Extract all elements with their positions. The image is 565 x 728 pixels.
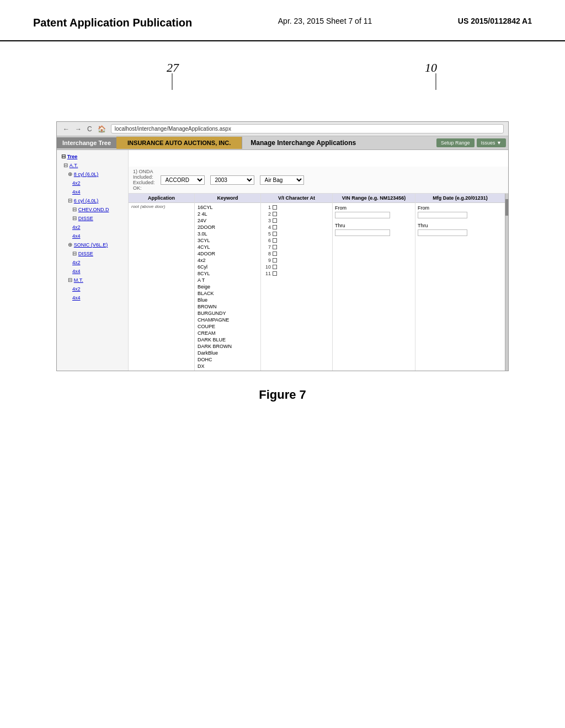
thru-input[interactable] bbox=[335, 229, 390, 236]
tree-4x2-3: 4x2 bbox=[59, 258, 126, 267]
model-select[interactable]: ACCORD bbox=[161, 175, 205, 185]
keyword-item[interactable]: 3CYL bbox=[196, 237, 259, 244]
tree-8cyl: ⊕ 8 cyl (6.0L) bbox=[59, 170, 126, 179]
keyword-item[interactable]: DarkBlue bbox=[196, 350, 259, 356]
keyword-item[interactable]: 4x2 bbox=[196, 257, 259, 264]
vin-checkbox[interactable] bbox=[273, 258, 277, 263]
setup-range-button[interactable]: Setup Range bbox=[436, 138, 475, 147]
address-bar[interactable]: localhost/interchange/ManageApplications… bbox=[111, 124, 504, 133]
patent-title: Patent Application Publication bbox=[33, 17, 192, 29]
forward-button[interactable]: → bbox=[73, 125, 83, 133]
keyword-item[interactable]: 6Cyl bbox=[196, 264, 259, 270]
vin-row-num: 7 bbox=[263, 244, 271, 250]
scrollbar-thumb[interactable] bbox=[505, 199, 508, 216]
keyword-item[interactable]: 2 4L bbox=[196, 211, 259, 217]
keyword-item[interactable]: CREAM bbox=[196, 330, 259, 336]
mfg-thru-input[interactable] bbox=[418, 229, 467, 236]
tree-chevy: ⊟ CHEV.OND.D bbox=[59, 205, 126, 214]
keyword-item[interactable]: DARK BLUE bbox=[196, 336, 259, 343]
keyword-item[interactable]: 3.0L bbox=[196, 231, 259, 237]
tree-4x2-2: 4x2 bbox=[59, 223, 126, 232]
keyword-item[interactable]: A T bbox=[196, 277, 259, 283]
sidebar-tree: ⊟ Tree ⊟ A.T. ⊕ 8 cyl (6.0L) 4x2 4x4 ⊟ 6… bbox=[59, 152, 126, 302]
keyword-item[interactable]: DARK BROWN bbox=[196, 343, 259, 350]
vin-row: 7 bbox=[262, 244, 331, 250]
keyword-item[interactable]: 4DOOR bbox=[196, 250, 259, 257]
tree-at: ⊟ A.T. bbox=[59, 161, 126, 170]
patent-date: Apr. 23, 2015 Sheet 7 of 11 bbox=[278, 17, 372, 25]
keyword-item[interactable]: BURGUNDY bbox=[196, 310, 259, 317]
keyword-item[interactable]: Blue bbox=[196, 297, 259, 303]
home-button[interactable]: 🏠 bbox=[96, 125, 108, 133]
tree-4x2-4: 4x2 bbox=[59, 285, 126, 293]
vin-checkbox[interactable] bbox=[273, 251, 277, 256]
mfg-from-section: From bbox=[418, 205, 503, 218]
vin-row: 8 bbox=[262, 250, 331, 257]
filter-make: 1) ONDA Included: Excluded: OK: bbox=[133, 169, 155, 191]
filter-airbag: Air Bag bbox=[260, 175, 304, 185]
scrollbar[interactable] bbox=[505, 194, 508, 371]
keyword-item[interactable]: Beige bbox=[196, 283, 259, 290]
issues-button[interactable]: Issues ▼ bbox=[477, 138, 506, 147]
vin-row-num: 2 bbox=[263, 211, 271, 217]
keyword-item[interactable]: COUPE bbox=[196, 323, 259, 330]
main-content: 27 10 ← → C 🏠 localhost/interchange/Mana… bbox=[0, 47, 565, 424]
application-panel: Application root (above door) bbox=[129, 194, 195, 371]
keyword-item[interactable]: 16CYL bbox=[196, 204, 259, 211]
tree-root: ⊟ Tree bbox=[59, 152, 126, 161]
vin-checkbox[interactable] bbox=[273, 218, 277, 223]
from-input[interactable] bbox=[335, 212, 390, 218]
top-callouts: 27 10 bbox=[56, 58, 509, 88]
keyword-header: Keyword bbox=[195, 194, 260, 203]
year-select[interactable]: 2003 bbox=[210, 175, 254, 185]
keyword-item[interactable]: 8CYL bbox=[196, 270, 259, 277]
company-name: INSURANCE AUTO AUCTIONS, INC. bbox=[116, 137, 242, 149]
browser-bar: ← → C 🏠 localhost/interchange/ManageAppl… bbox=[57, 122, 508, 136]
keyword-item[interactable]: DX bbox=[196, 363, 259, 370]
vin-row: 11 bbox=[262, 270, 331, 277]
keyword-item[interactable]: 24V bbox=[196, 217, 259, 224]
vin-checkbox[interactable] bbox=[273, 238, 277, 243]
vin-range-header: VIN Range (e.g. NM123456) bbox=[333, 194, 415, 203]
vin-checkbox[interactable] bbox=[273, 205, 277, 210]
vin-row-num: 1 bbox=[263, 205, 271, 210]
tree-4x2-1: 4x2 bbox=[59, 179, 126, 188]
vin-row: 3 bbox=[262, 217, 331, 224]
vin-checkbox[interactable] bbox=[273, 265, 277, 269]
airbag-select[interactable]: Air Bag bbox=[260, 175, 304, 185]
keyword-item[interactable]: DOHC bbox=[196, 356, 259, 363]
vin-row-num: 5 bbox=[263, 231, 271, 237]
filter-bar: 1) ONDA Included: Excluded: OK: ACCORD bbox=[129, 167, 508, 194]
excluded-label: Excluded: bbox=[133, 180, 155, 185]
vin-row: 1 bbox=[262, 204, 331, 211]
vin-checkbox[interactable] bbox=[273, 232, 277, 236]
keyword-item[interactable]: CHAMPAGNE bbox=[196, 317, 259, 323]
screenshot-container: ← → C 🏠 localhost/interchange/ManageAppl… bbox=[56, 121, 509, 371]
vin-row-num: 6 bbox=[263, 238, 271, 243]
keyword-item[interactable]: 4CYL bbox=[196, 244, 259, 250]
vin-checkbox[interactable] bbox=[273, 212, 277, 216]
keyword-item[interactable]: BLACK bbox=[196, 290, 259, 297]
vin-row: 10 bbox=[262, 264, 331, 270]
ok-label: OK: bbox=[133, 185, 155, 191]
vin-checkbox[interactable] bbox=[273, 225, 277, 229]
refresh-button[interactable]: C bbox=[86, 125, 94, 133]
vin-checkbox[interactable] bbox=[273, 245, 277, 249]
vin-row-num: 11 bbox=[263, 271, 271, 276]
tree-4x4-2: 4x4 bbox=[59, 232, 126, 240]
keyword-item[interactable]: 2DOOR bbox=[196, 224, 259, 231]
keyword-item[interactable]: BROWN bbox=[196, 303, 259, 310]
vin-rows: 1 2 3 4 5 6 7 8 9 10 bbox=[261, 203, 332, 278]
tree-disse1: ⊟ DISSE bbox=[59, 214, 126, 223]
back-button[interactable]: ← bbox=[61, 125, 71, 133]
table-container: Application root (above door) Keyword 16… bbox=[129, 194, 508, 371]
from-label: From bbox=[335, 205, 347, 211]
right-content: 16 15 17 18 19 bbox=[129, 150, 508, 371]
vin-row-num: 3 bbox=[263, 218, 271, 223]
tree-4x4-4: 4x4 bbox=[59, 293, 126, 302]
callout-10: 10 bbox=[425, 61, 437, 75]
vin-checkbox[interactable] bbox=[273, 271, 277, 276]
mfg-thru-label: Thru bbox=[418, 223, 428, 228]
mfg-from-input[interactable] bbox=[418, 212, 467, 218]
filter-callouts: 16 15 17 18 19 bbox=[129, 150, 508, 167]
